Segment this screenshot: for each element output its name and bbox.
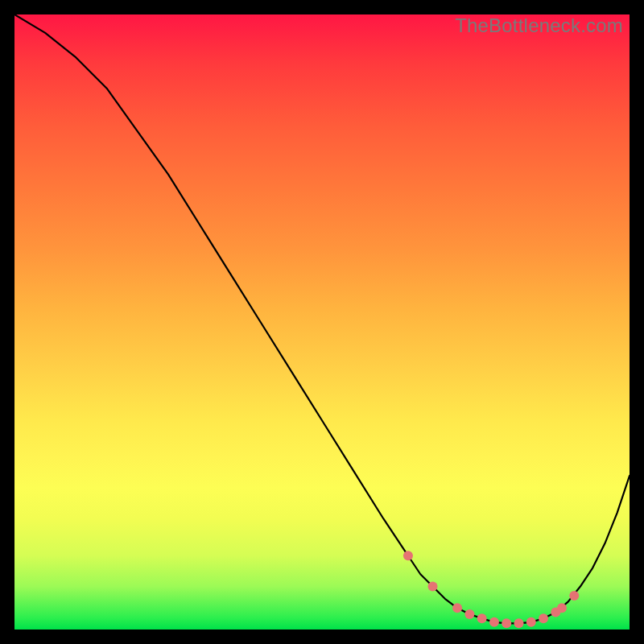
highlight-dot [477,613,487,623]
highlight-dot [428,582,438,592]
dots-svg [14,14,630,630]
highlight-dot [452,603,462,613]
plot-area: TheBottleneck.com [14,14,630,630]
chart-container: TheBottleneck.com [0,0,644,644]
highlight-dot [502,618,511,628]
highlight-dot [489,617,499,627]
highlight-dot [464,609,474,619]
highlight-dot [403,551,413,560]
highlight-dot [539,613,548,623]
highlight-dot [526,617,536,627]
highlight-dot [557,603,567,613]
highlight-dot [514,618,523,628]
highlight-dot [569,591,579,601]
watermark-label: TheBottleneck.com [455,14,623,37]
highlight-dots [403,551,579,628]
